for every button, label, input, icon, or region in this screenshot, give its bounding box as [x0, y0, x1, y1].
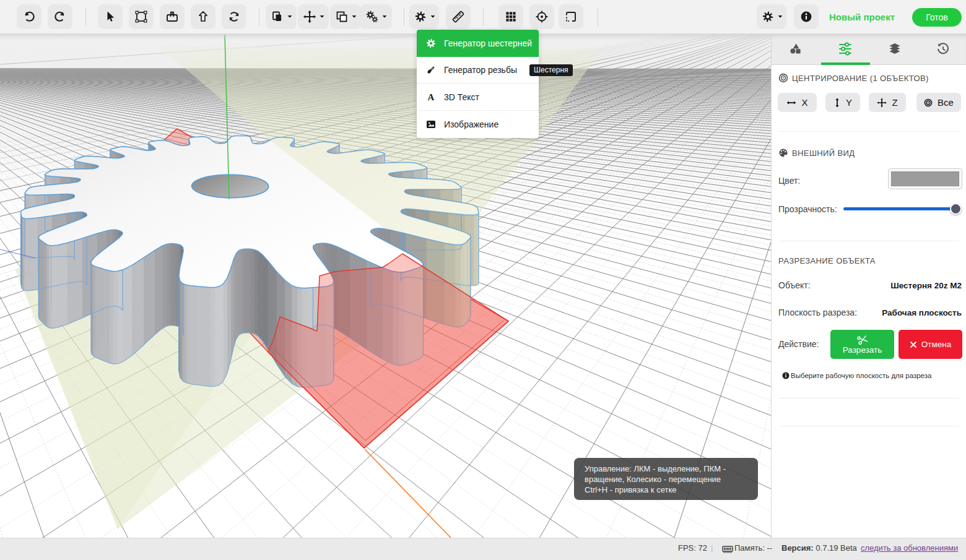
svg-text:A: A [428, 92, 435, 102]
